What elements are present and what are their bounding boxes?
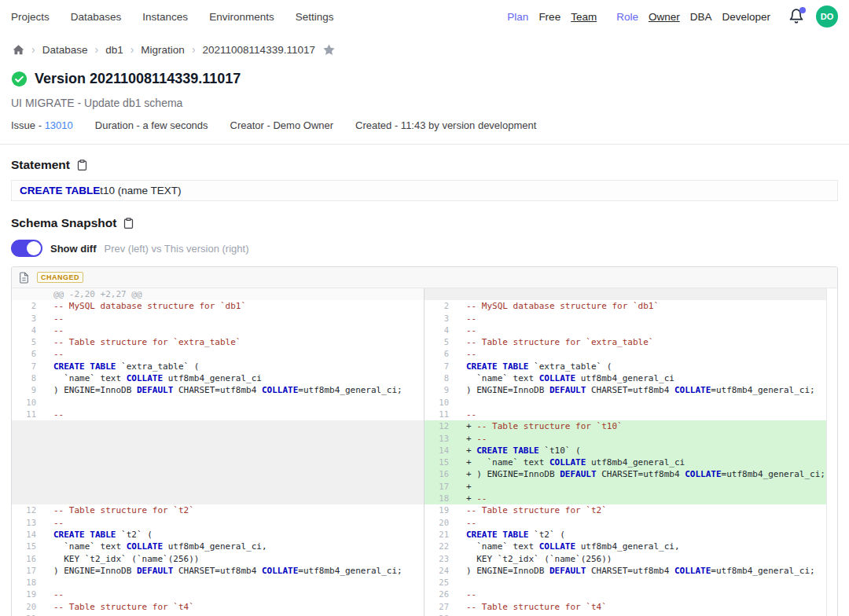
line-number: 24 [424, 565, 456, 577]
nav-item-settings[interactable]: Settings [296, 11, 334, 23]
meta-item: Creator - Demo Owner [230, 119, 333, 131]
line-number [12, 456, 43, 468]
nav-item-instances[interactable]: Instances [142, 11, 188, 23]
statement-heading: Statement [11, 158, 70, 172]
line-number [12, 493, 43, 504]
copy-snapshot-icon[interactable] [123, 217, 134, 229]
line-code: -- [456, 324, 826, 336]
line-code [43, 456, 424, 468]
diff-line [12, 468, 424, 480]
line-code: + CREATE TABLE `t10` ( [456, 445, 826, 456]
issue-link[interactable]: 13010 [45, 119, 73, 131]
line-code: -- [43, 313, 424, 324]
line-code [43, 445, 424, 456]
line-code: @@ -2,20 +2,27 @@ [43, 288, 424, 300]
line-code [43, 420, 424, 432]
meta-item: Issue - 13010 [11, 119, 73, 131]
notifications-bell-icon[interactable] [788, 8, 806, 25]
line-code: -- Table structure for `t4` [43, 601, 424, 613]
schema-diff-panel: CHANGED @@ -2,20 +2,27 @@2-- MySQL datab… [11, 266, 838, 616]
nav-item-databases[interactable]: Databases [71, 11, 122, 23]
line-number: 18 [424, 493, 456, 504]
nav-switch-free[interactable]: Free [538, 11, 560, 23]
line-number: 7 [12, 361, 43, 372]
nav-item-projects[interactable]: Projects [11, 11, 50, 23]
line-number: 21 [12, 613, 43, 616]
breadcrumb-item[interactable]: db1 [105, 44, 123, 56]
line-number: 3 [424, 313, 456, 324]
line-number: 13 [12, 517, 43, 529]
diff-line: 22 `name` text COLLATE utf8mb4_general_c… [424, 541, 826, 552]
top-nav: ProjectsDatabasesInstancesEnvironmentsSe… [0, 0, 849, 33]
line-number: 9 [12, 384, 43, 396]
line-code [43, 577, 424, 588]
diff-line: 4-- [424, 324, 826, 336]
diff-line: 25 [424, 577, 826, 588]
diff-line: 16+ ) ENGINE=InnoDB DEFAULT CHARSET=utf8… [424, 468, 826, 480]
line-number: 10 [12, 397, 43, 409]
line-code [43, 481, 424, 493]
line-code: CREATE TABLE `t2` ( [456, 529, 826, 541]
nav-switch-dba[interactable]: DBA [690, 11, 712, 23]
line-code: -- [456, 517, 826, 529]
chevron-right-icon: › [31, 44, 35, 55]
line-number [12, 445, 43, 456]
line-code: + -- [456, 433, 826, 445]
breadcrumb-item[interactable]: Database [42, 44, 88, 56]
migration-meta: Issue - 13010Duration - a few secondsCre… [0, 109, 849, 131]
line-code: + ) ENGINE=InnoDB DEFAULT CHARSET=utf8mb… [456, 468, 826, 480]
line-number: 6 [424, 348, 456, 360]
line-number: 23 [424, 553, 456, 565]
diff-line [12, 481, 424, 493]
diff-scrollbar[interactable] [826, 288, 837, 616]
nav-switch-plan[interactable]: Plan [507, 11, 528, 23]
nav-switch-developer[interactable]: Developer [722, 11, 770, 23]
nav-switch-team[interactable]: Team [571, 11, 597, 23]
diff-line: 12+ -- Table structure for `t10` [424, 420, 826, 432]
line-number: 3 [12, 313, 43, 324]
line-number: 14 [424, 445, 456, 456]
line-code: -- [456, 348, 826, 360]
line-number: 15 [424, 456, 456, 468]
line-code: -- MySQL database structure for `db1` [43, 300, 424, 312]
diff-line: 5-- Table structure for `extra_table` [12, 336, 424, 348]
line-code [43, 433, 424, 445]
nav-switch-owner[interactable]: Owner [649, 11, 680, 23]
success-check-icon [11, 71, 28, 87]
diff-line [12, 420, 424, 432]
line-code [456, 577, 826, 588]
diff-line: 13-- [12, 517, 424, 529]
line-code: -- [43, 613, 424, 616]
breadcrumb-item[interactable]: 20211008114339.11017 [203, 44, 315, 56]
chevron-right-icon: › [192, 44, 196, 55]
line-number: 8 [424, 372, 456, 384]
diff-line: 9) ENGINE=InnoDB DEFAULT CHARSET=utf8mb4… [424, 384, 826, 396]
nav-switch-role[interactable]: Role [616, 11, 638, 23]
line-code: ) ENGINE=InnoDB DEFAULT CHARSET=utf8mb4 … [43, 565, 424, 577]
line-number: 16 [424, 468, 456, 480]
line-number: 20 [424, 517, 456, 529]
breadcrumb-item[interactable]: Migration [141, 44, 185, 56]
statement-sql: CREATE TABLE t10 (name TEXT) [11, 180, 838, 201]
home-icon[interactable] [13, 44, 24, 56]
favorite-star-icon[interactable] [322, 43, 336, 57]
line-number: 4 [424, 324, 456, 336]
page-title: Version 20211008114339.11017 [35, 71, 241, 87]
diff-line: 15+ `name` text COLLATE utf8mb4_general_… [424, 456, 826, 468]
copy-statement-icon[interactable] [76, 159, 88, 171]
diff-line: 2-- MySQL database structure for `db1` [12, 300, 424, 312]
diff-line: 23 KEY `t2_idx` (`name`(256)) [424, 553, 826, 565]
avatar[interactable]: DO [816, 6, 838, 28]
nav-item-environments[interactable]: Environments [209, 11, 274, 23]
show-diff-toggle[interactable] [11, 240, 42, 257]
line-number: 11 [424, 409, 456, 420]
line-number: 4 [12, 324, 43, 336]
file-icon [19, 272, 29, 284]
line-number [12, 420, 43, 432]
line-number: 12 [424, 420, 456, 432]
line-number: 13 [424, 433, 456, 445]
line-number: 2 [424, 300, 456, 312]
line-code: + -- Table structure for `t10` [456, 420, 826, 432]
line-number [12, 481, 43, 493]
line-code: CREATE TABLE `t2` ( [43, 529, 424, 541]
